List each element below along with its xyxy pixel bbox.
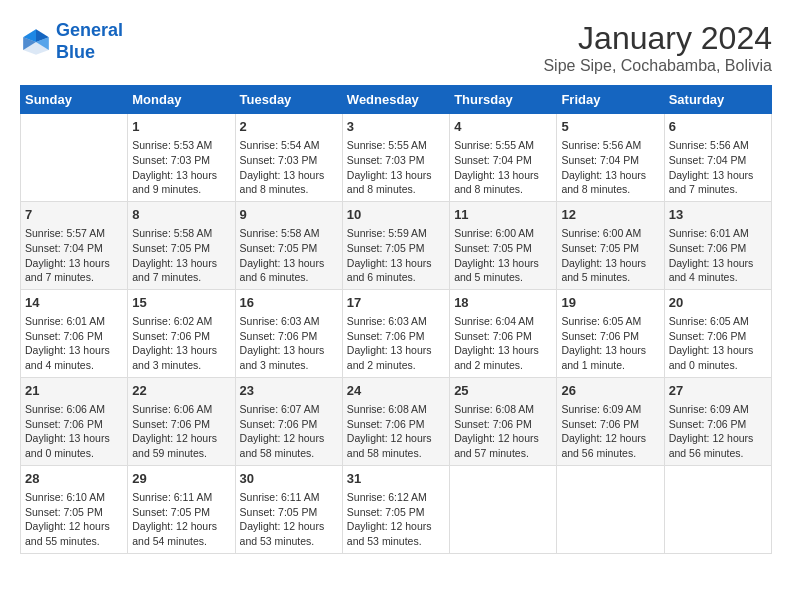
cell-text: Sunrise: 6:11 AM [132, 490, 230, 505]
day-number: 7 [25, 206, 123, 224]
cell-text: and 57 minutes. [454, 446, 552, 461]
cell-text: and 56 minutes. [669, 446, 767, 461]
title-block: January 2024 Sipe Sipe, Cochabamba, Boli… [543, 20, 772, 75]
calendar-week-5: 28Sunrise: 6:10 AMSunset: 7:05 PMDayligh… [21, 465, 772, 553]
cell-text: Sunset: 7:05 PM [132, 505, 230, 520]
cell-text: Sunrise: 5:54 AM [240, 138, 338, 153]
cell-text: Sunrise: 6:11 AM [240, 490, 338, 505]
cell-text: and 56 minutes. [561, 446, 659, 461]
calendar-cell: 16Sunrise: 6:03 AMSunset: 7:06 PMDayligh… [235, 289, 342, 377]
day-header-friday: Friday [557, 86, 664, 114]
cell-text: Sunrise: 6:06 AM [132, 402, 230, 417]
cell-text: Sunset: 7:06 PM [240, 417, 338, 432]
calendar-title: January 2024 [543, 20, 772, 57]
calendar-cell: 9Sunrise: 5:58 AMSunset: 7:05 PMDaylight… [235, 201, 342, 289]
cell-text: Sunset: 7:06 PM [132, 417, 230, 432]
calendar-subtitle: Sipe Sipe, Cochabamba, Bolivia [543, 57, 772, 75]
cell-text: and 0 minutes. [25, 446, 123, 461]
day-header-saturday: Saturday [664, 86, 771, 114]
cell-text: and 54 minutes. [132, 534, 230, 549]
day-number: 15 [132, 294, 230, 312]
cell-text: Sunrise: 6:03 AM [240, 314, 338, 329]
cell-text: and 2 minutes. [454, 358, 552, 373]
cell-text: Sunrise: 6:07 AM [240, 402, 338, 417]
cell-text: Daylight: 12 hours [240, 519, 338, 534]
calendar-cell: 26Sunrise: 6:09 AMSunset: 7:06 PMDayligh… [557, 377, 664, 465]
cell-text: and 53 minutes. [347, 534, 445, 549]
cell-text: Daylight: 12 hours [347, 431, 445, 446]
calendar-cell: 12Sunrise: 6:00 AMSunset: 7:05 PMDayligh… [557, 201, 664, 289]
day-number: 9 [240, 206, 338, 224]
day-number: 2 [240, 118, 338, 136]
cell-text: and 55 minutes. [25, 534, 123, 549]
day-number: 30 [240, 470, 338, 488]
cell-text: Sunrise: 5:53 AM [132, 138, 230, 153]
cell-text: Sunrise: 6:10 AM [25, 490, 123, 505]
calendar-cell [664, 465, 771, 553]
calendar-cell: 19Sunrise: 6:05 AMSunset: 7:06 PMDayligh… [557, 289, 664, 377]
day-number: 6 [669, 118, 767, 136]
cell-text: Sunrise: 6:00 AM [561, 226, 659, 241]
calendar-cell: 3Sunrise: 5:55 AMSunset: 7:03 PMDaylight… [342, 114, 449, 202]
cell-text: and 8 minutes. [347, 182, 445, 197]
cell-text: Daylight: 13 hours [240, 343, 338, 358]
cell-text: Sunset: 7:06 PM [347, 417, 445, 432]
cell-text: Sunrise: 6:00 AM [454, 226, 552, 241]
day-number: 3 [347, 118, 445, 136]
day-number: 8 [132, 206, 230, 224]
cell-text: Daylight: 13 hours [561, 343, 659, 358]
calendar-cell: 31Sunrise: 6:12 AMSunset: 7:05 PMDayligh… [342, 465, 449, 553]
day-number: 12 [561, 206, 659, 224]
cell-text: Sunset: 7:06 PM [669, 417, 767, 432]
logo: General Blue [20, 20, 123, 63]
cell-text: Sunrise: 6:01 AM [669, 226, 767, 241]
cell-text: and 8 minutes. [240, 182, 338, 197]
cell-text: Sunset: 7:05 PM [240, 241, 338, 256]
day-number: 25 [454, 382, 552, 400]
cell-text: Sunrise: 6:06 AM [25, 402, 123, 417]
cell-text: and 6 minutes. [240, 270, 338, 285]
calendar-cell [450, 465, 557, 553]
logo-line1: General [56, 20, 123, 40]
day-number: 17 [347, 294, 445, 312]
cell-text: Daylight: 13 hours [347, 343, 445, 358]
cell-text: Sunset: 7:05 PM [347, 241, 445, 256]
cell-text: Daylight: 13 hours [454, 256, 552, 271]
cell-text: and 4 minutes. [669, 270, 767, 285]
calendar-cell: 23Sunrise: 6:07 AMSunset: 7:06 PMDayligh… [235, 377, 342, 465]
cell-text: and 2 minutes. [347, 358, 445, 373]
cell-text: and 6 minutes. [347, 270, 445, 285]
cell-text: Sunset: 7:04 PM [561, 153, 659, 168]
cell-text: Sunrise: 5:58 AM [132, 226, 230, 241]
cell-text: Sunrise: 5:59 AM [347, 226, 445, 241]
cell-text: Sunrise: 5:55 AM [347, 138, 445, 153]
day-number: 1 [132, 118, 230, 136]
cell-text: Sunset: 7:05 PM [240, 505, 338, 520]
cell-text: Sunrise: 5:56 AM [669, 138, 767, 153]
cell-text: Sunset: 7:05 PM [132, 241, 230, 256]
calendar-cell: 27Sunrise: 6:09 AMSunset: 7:06 PMDayligh… [664, 377, 771, 465]
day-number: 22 [132, 382, 230, 400]
cell-text: Daylight: 13 hours [561, 256, 659, 271]
cell-text: and 5 minutes. [454, 270, 552, 285]
cell-text: Daylight: 12 hours [132, 431, 230, 446]
cell-text: and 9 minutes. [132, 182, 230, 197]
logo-icon [20, 26, 52, 58]
cell-text: Sunset: 7:06 PM [454, 329, 552, 344]
day-number: 23 [240, 382, 338, 400]
calendar-cell: 14Sunrise: 6:01 AMSunset: 7:06 PMDayligh… [21, 289, 128, 377]
calendar-cell: 2Sunrise: 5:54 AMSunset: 7:03 PMDaylight… [235, 114, 342, 202]
day-number: 13 [669, 206, 767, 224]
cell-text: Daylight: 13 hours [347, 168, 445, 183]
cell-text: Sunset: 7:06 PM [240, 329, 338, 344]
page-header: General Blue January 2024 Sipe Sipe, Coc… [20, 20, 772, 75]
cell-text: and 8 minutes. [454, 182, 552, 197]
day-number: 21 [25, 382, 123, 400]
cell-text: and 0 minutes. [669, 358, 767, 373]
day-number: 27 [669, 382, 767, 400]
cell-text: Sunrise: 6:12 AM [347, 490, 445, 505]
cell-text: Sunrise: 6:03 AM [347, 314, 445, 329]
day-number: 24 [347, 382, 445, 400]
cell-text: Daylight: 13 hours [25, 343, 123, 358]
cell-text: Daylight: 13 hours [25, 431, 123, 446]
